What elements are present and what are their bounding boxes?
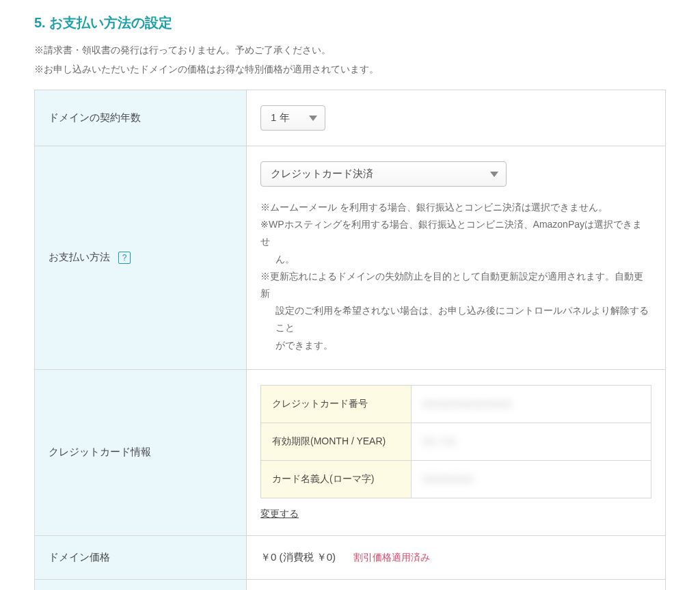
payment-note-3c: ができます。	[260, 337, 651, 354]
contract-years-select[interactable]: 1 年	[260, 105, 325, 131]
payment-note-2a: ※WPホスティングを利用する場合、銀行振込とコンビニ決済、AmazonPayは選…	[260, 216, 651, 250]
change-card-link[interactable]: 変更する	[260, 508, 299, 520]
card-holder-value: XXXXXXXX	[412, 460, 651, 498]
payment-note-3b: 設定のご利用を希望されない場合は、お申し込み後にコントロールパネルより解除するこ…	[260, 302, 651, 336]
payment-method-value: クレジットカード決済	[260, 161, 507, 187]
note-discount: ※お申し込みいただいたドメインの価格はお得な特別価格が適用されています。	[34, 64, 666, 76]
row-label-total: お支払い金額合計	[35, 579, 247, 590]
domain-price-text: ￥0 (消費税 ￥0)	[260, 551, 336, 563]
row-label-contract-years: ドメインの契約年数	[35, 90, 247, 146]
payment-method-label-text: お支払い方法	[49, 251, 110, 263]
card-number-label: クレジットカード番号	[261, 385, 412, 423]
card-holder-label: カード名義人(ローマ字)	[261, 460, 412, 498]
payment-note-3a: ※更新忘れによるドメインの失効防止を目的として自動更新設定が適用されます。自動更…	[260, 268, 651, 302]
payment-note-2b: ん。	[260, 251, 651, 268]
card-info-table: クレジットカード番号 XXXXXXXXXXXXXX 有効期限(MONTH / Y…	[260, 385, 651, 498]
payment-note-1: ※ムームーメール を利用する場合、銀行振込とコンビニ決済は選択できません。	[260, 199, 651, 216]
section-title: 5. お支払い方法の設定	[34, 14, 666, 32]
payment-method-notes: ※ムームーメール を利用する場合、銀行振込とコンビニ決済は選択できません。 ※W…	[260, 199, 651, 354]
row-label-domain-price: ドメイン価格	[35, 535, 247, 579]
payment-method-select[interactable]: クレジットカード決済	[260, 161, 507, 187]
payment-settings-table: ドメインの契約年数 1 年 お支払い方法 ? クレジットカード決済 ※ムームーメ…	[34, 90, 666, 590]
card-number-value: XXXXXXXXXXXXXX	[412, 385, 651, 423]
help-icon[interactable]: ?	[118, 252, 131, 264]
card-expiry-label: 有効期限(MONTH / YEAR)	[261, 423, 412, 460]
card-expiry-value: XX / XX	[412, 423, 651, 460]
contract-years-value: 1 年	[260, 105, 325, 131]
discount-applied-badge: 割引価格適用済み	[353, 552, 430, 563]
row-label-payment-method: お支払い方法 ?	[35, 146, 247, 370]
note-invoice: ※請求書・領収書の発行は行っておりません。予めご了承ください。	[34, 44, 666, 57]
row-label-card-info: クレジットカード情報	[35, 369, 247, 535]
